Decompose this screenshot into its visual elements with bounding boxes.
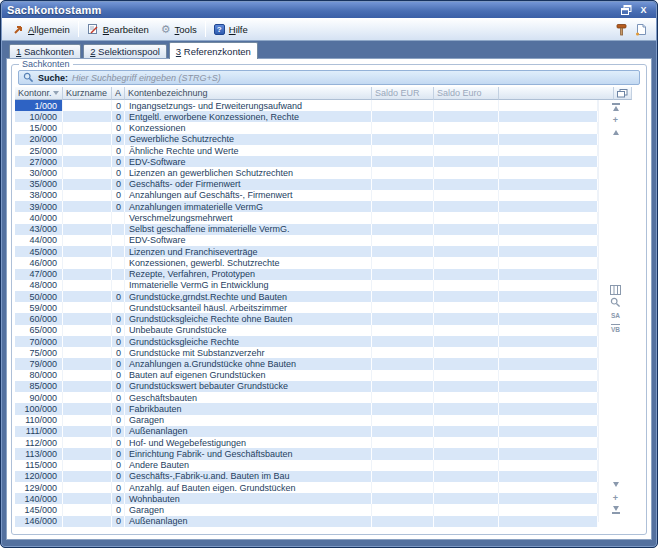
table-row[interactable]: 110/000 0 Garagen [15,415,598,426]
cell-saldo-euro[interactable] [434,145,499,156]
cell-kontonr[interactable]: 75/000 [15,347,63,358]
cell-kontonr[interactable]: 40/000 [15,212,63,223]
cell-kontonr[interactable]: 50/000 [15,291,63,302]
cell-saldo-eur[interactable] [372,493,434,504]
cell-kurzname[interactable] [63,493,112,504]
cell-kurzname[interactable] [63,504,112,515]
cell-kurzname[interactable] [63,370,112,381]
cell-kurzname[interactable] [63,471,112,482]
cell-kontonr[interactable]: 113/000 [15,448,63,459]
cell-a[interactable] [112,280,125,291]
cell-kontenbezeichnung[interactable]: Konzessionen [125,122,372,133]
table-row[interactable]: 44/000 EDV-Software [15,235,598,246]
table-row[interactable]: 140/000 0 Wohnbauten [15,493,598,504]
cell-saldo-euro[interactable] [434,392,499,403]
cell-saldo-eur[interactable] [372,122,434,133]
cell-kontonr[interactable]: 79/000 [15,358,63,369]
cell-saldo-eur[interactable] [372,280,434,291]
cell-a[interactable]: 0 [112,347,125,358]
cell-kurzname[interactable] [63,190,112,201]
cell-saldo-eur[interactable] [372,437,434,448]
cell-kontonr[interactable]: 44/000 [15,235,63,246]
table-row[interactable]: 25/000 0 Ähnliche Rechte und Werte [15,145,598,156]
rail-search-button[interactable] [608,297,623,308]
cell-saldo-euro[interactable] [434,336,499,347]
cell-kontenbezeichnung[interactable]: Garagen [125,504,372,515]
table-row[interactable]: 45/000 Lizenzen und Franchiseverträge [15,246,598,257]
cell-kontonr[interactable]: 146/000 [15,516,63,527]
table-row[interactable]: 129/000 0 Anzahlg. auf Bauten eigen. Gru… [15,482,598,493]
cell-saldo-eur[interactable] [372,190,434,201]
cell-saldo-euro[interactable] [434,246,499,257]
cell-a[interactable] [112,302,125,313]
column-header-saldo-euro[interactable]: Saldo Euro [434,87,499,100]
cell-a[interactable]: 0 [112,201,125,212]
cell-a[interactable]: 0 [112,145,125,156]
cell-kurzname[interactable] [63,415,112,426]
cell-kontenbezeichnung[interactable]: EDV-Software [125,156,372,167]
cell-kontonr[interactable]: 90/000 [15,392,63,403]
tab-referenzkonten[interactable]: 3 Referenzkonten [169,42,258,59]
cell-kurzname[interactable] [63,302,112,313]
cell-kurzname[interactable] [63,336,112,347]
tab-sachkonten[interactable]: 1 Sachkonten [9,44,81,58]
cell-kontenbezeichnung[interactable]: Hof- und Wegebefestigungen [125,437,372,448]
cell-kurzname[interactable] [63,134,112,145]
cell-a[interactable]: 0 [112,381,125,392]
cell-a[interactable]: 0 [112,493,125,504]
cell-kontonr[interactable]: 120/000 [15,471,63,482]
cell-saldo-euro[interactable] [434,201,499,212]
cell-kontonr[interactable]: 59/000 [15,302,63,313]
cell-kontenbezeichnung[interactable]: Anzahlg. auf Bauten eigen. Grundstücken [125,482,372,493]
table-row[interactable]: 146/000 0 Außenanlagen [15,516,598,527]
cell-kurzname[interactable] [63,235,112,246]
cell-a[interactable] [112,235,125,246]
cell-saldo-eur[interactable] [372,111,434,122]
cell-saldo-eur[interactable] [372,302,434,313]
table-row[interactable]: 35/000 0 Geschäfts- oder Firmenwert [15,179,598,190]
column-header-saldo-eur[interactable]: Saldo EUR [372,87,434,100]
menu-tools[interactable]: ⚙ Tools [155,22,203,37]
cell-saldo-eur[interactable] [372,325,434,336]
cell-saldo-eur[interactable] [372,313,434,324]
cell-kurzname[interactable] [63,392,112,403]
cell-a[interactable]: 0 [112,111,125,122]
table-row[interactable]: 111/000 0 Außenanlagen [15,426,598,437]
cell-a[interactable]: 0 [112,100,125,111]
cell-a[interactable]: 0 [112,122,125,133]
table-row[interactable]: 79/000 0 Anzahlungen a.Grundstücke ohne … [15,358,598,369]
cell-saldo-euro[interactable] [434,224,499,235]
column-header-a[interactable]: A [112,87,125,100]
cell-a[interactable]: 0 [112,516,125,527]
cell-kontenbezeichnung[interactable]: Garagen [125,415,372,426]
verbuchung-button[interactable]: VB [608,323,623,334]
table-row[interactable]: 90/000 0 Geschäftsbauten [15,392,598,403]
cell-kontenbezeichnung[interactable]: Außenanlagen [125,426,372,437]
table-row[interactable]: 113/000 0 Einrichtung Fabrik- und Geschä… [15,448,598,459]
cell-saldo-eur[interactable] [372,460,434,471]
table-row[interactable]: 38/000 0 Anzahlungen auf Geschäfts-, Fir… [15,190,598,201]
cell-kontenbezeichnung[interactable]: Wohnbauten [125,493,372,504]
cell-saldo-euro[interactable] [434,448,499,459]
table-row[interactable]: 20/000 0 Gewerbliche Schutzrechte [15,134,598,145]
cell-saldo-eur[interactable] [372,415,434,426]
cell-a[interactable]: 0 [112,370,125,381]
cell-kontenbezeichnung[interactable]: Geschäfts- oder Firmenwert [125,179,372,190]
cell-saldo-euro[interactable] [434,280,499,291]
restore-button[interactable] [619,4,634,17]
cell-a[interactable]: 0 [112,415,125,426]
cell-a[interactable]: 0 [112,190,125,201]
cell-saldo-eur[interactable] [372,426,434,437]
table-row[interactable]: 40/000 Verschmelzungsmehrwert [15,212,598,223]
cell-kontonr[interactable]: 35/000 [15,179,63,190]
cell-saldo-eur[interactable] [372,516,434,527]
cell-kontonr[interactable]: 48/000 [15,280,63,291]
table-row[interactable]: 15/000 0 Konzessionen [15,122,598,133]
menu-hilfe[interactable]: ? Hilfe [208,22,254,37]
cell-saldo-euro[interactable] [434,257,499,268]
cell-saldo-euro[interactable] [434,313,499,324]
cell-kurzname[interactable] [63,111,112,122]
cell-kontonr[interactable]: 39/000 [15,201,63,212]
column-header-kontonr[interactable]: Kontonr. [15,87,63,100]
cell-kontonr[interactable]: 47/000 [15,269,63,280]
